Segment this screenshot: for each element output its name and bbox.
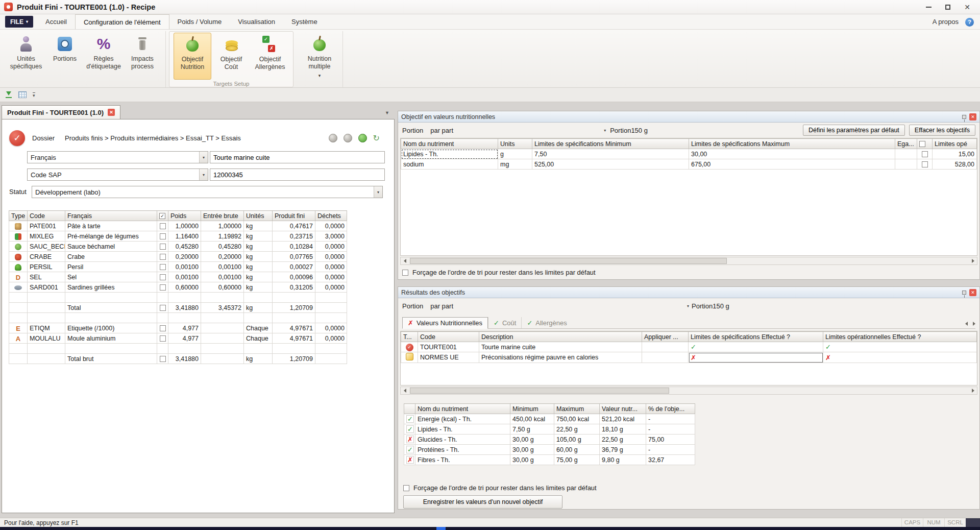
- close-panel-button[interactable]: ✕: [969, 289, 976, 296]
- column-header-check[interactable]: [917, 139, 933, 149]
- refresh-icon[interactable]: ↻: [373, 133, 380, 143]
- close-panel-button[interactable]: ✕: [969, 113, 976, 121]
- ribbon-tab-visualisation[interactable]: Visualisation: [230, 14, 283, 29]
- nutrient-result-row[interactable]: ✓Protéines - Th.30,00 g60,00 g36,79 g-: [404, 445, 695, 455]
- ingredient-row[interactable]: AMOULALUMoule aluminium4,977Chaque4,9767…: [9, 333, 347, 344]
- checkbox[interactable]: [922, 161, 928, 167]
- scrollbar-thumb[interactable]: [410, 388, 669, 394]
- column-header-maximum[interactable]: Maximum: [554, 404, 600, 414]
- chevron-down-icon[interactable]: ▾: [199, 152, 208, 163]
- ingredient-row[interactable]: SARD001Sardines grillées0,600000,60000kg…: [9, 282, 347, 293]
- ribbon-tab-configuration-de-l-element[interactable]: Configuration de l'élément: [75, 14, 169, 29]
- objective-row[interactable]: NORMES UEPréconisations régime pauvre en…: [401, 352, 977, 363]
- results-tab-valeurs-nutritionnelles[interactable]: ✗Valeurs Nutritionnelles: [402, 317, 488, 329]
- checkbox[interactable]: [160, 284, 166, 291]
- column-header-check[interactable]: ✓: [157, 211, 168, 221]
- nutrient-result-row[interactable]: ✗Glucides - Th.30,00 g105,00 g22,50 g75,…: [404, 435, 695, 445]
- checkbox[interactable]: [160, 274, 166, 280]
- minimize-button[interactable]: [919, 0, 938, 14]
- checkbox[interactable]: [160, 244, 166, 250]
- nutrient-target-row[interactable]: sodiummg525,00675,00528,00: [401, 159, 977, 170]
- close-tab-button[interactable]: ✕: [108, 109, 115, 116]
- objective-row[interactable]: ✓TOURTE001Tourte marine cuite✓✓: [401, 342, 977, 352]
- ribbon-button-unites-specifiques[interactable]: Unités spécifiques: [7, 32, 45, 79]
- checkbox[interactable]: [160, 223, 166, 229]
- product-name-input[interactable]: [210, 151, 385, 163]
- column-header-limites-operationnelles-effectue[interactable]: Limites opérationnelles Effectué ?: [823, 332, 977, 342]
- column-header-entree-brute[interactable]: Entrée brute: [201, 211, 244, 221]
- nav-next-icon[interactable]: [344, 134, 352, 142]
- ribbon-tab-systeme[interactable]: Système: [283, 14, 326, 29]
- checkbox[interactable]: [160, 264, 166, 270]
- ribbon-tab-accueil[interactable]: Accueil: [37, 14, 75, 29]
- nutrient-target-row[interactable]: Lipides - Th.g7,5030,0015,00: [401, 149, 977, 159]
- column-header-limites-de-specifications-minimum[interactable]: Limites de spécifications Minimum: [532, 139, 689, 149]
- sap-code-input[interactable]: [210, 168, 385, 181]
- ingredient-row[interactable]: CRABECrabe0,200000,20000kg0,077650,0000: [9, 252, 347, 262]
- column-header-t[interactable]: T...: [401, 332, 418, 342]
- checkbox[interactable]: [922, 151, 928, 157]
- force-sort-checkbox[interactable]: [402, 270, 408, 276]
- ingredient-row[interactable]: PERSILPersil0,001000,00100kg0,000270,000…: [9, 262, 347, 272]
- save-new-objective-button[interactable]: Enregistrer les valeurs d'un nouvel obje…: [403, 495, 562, 509]
- column-header-dechets[interactable]: Déchets: [315, 211, 347, 221]
- checkbox[interactable]: [160, 254, 166, 260]
- portion-combo[interactable]: par part ▾: [427, 127, 606, 134]
- horizontal-scrollbar[interactable]: [400, 387, 977, 395]
- clear-objectives-button[interactable]: Effacer les objectifs: [909, 125, 975, 136]
- column-header-poids[interactable]: Poids: [168, 211, 201, 221]
- tab-list-chevron-icon[interactable]: ▼: [385, 110, 389, 115]
- column-header-produit-fini[interactable]: Produit fini: [273, 211, 315, 221]
- checkbox[interactable]: [160, 305, 166, 311]
- file-menu-button[interactable]: FILE ▾: [5, 16, 33, 28]
- chevron-down-icon[interactable]: ▾: [199, 169, 208, 180]
- ingredient-row[interactable]: Total3,418803,45372kg1,20709: [9, 303, 347, 313]
- column-header-unites[interactable]: Unités: [244, 211, 273, 221]
- column-header-limites-de-specifications-maximum[interactable]: Limites de spécifications Maximum: [689, 139, 895, 149]
- column-header-francais[interactable]: Français: [65, 211, 157, 221]
- import-icon[interactable]: [5, 91, 12, 99]
- ingredient-row[interactable]: SAUC_BECHSauce béchamel0,452800,45280kg0…: [9, 242, 347, 252]
- portion-combo[interactable]: par part: [427, 302, 642, 310]
- tab-scroll-left-icon[interactable]: [965, 322, 968, 326]
- ribbon-button-impacts-process[interactable]: Impacts process: [124, 32, 161, 79]
- column-header-nom-du-nutriment[interactable]: Nom du nutriment: [415, 404, 510, 414]
- ingredient-row[interactable]: [9, 344, 347, 354]
- toolbar-overflow-icon[interactable]: ▾: [33, 92, 35, 98]
- ingredient-row[interactable]: EETIQMEtiquette (/1000)4,977Chaque4,9767…: [9, 323, 347, 333]
- scroll-left-icon[interactable]: [401, 257, 409, 264]
- ingredient-row[interactable]: MIXLEGPré-mélange de légumes1,164001,198…: [9, 231, 347, 242]
- scroll-right-icon[interactable]: [969, 387, 977, 394]
- pin-icon[interactable]: [962, 291, 966, 295]
- nutrient-result-row[interactable]: ✗Fibres - Th.30,00 g75,00 g9,80 g32,67: [404, 455, 695, 465]
- nutrient-result-row[interactable]: ✓Energie (kcal) - Th.450,00 kcal750,00 k…: [404, 414, 695, 424]
- column-header-code[interactable]: Code: [28, 211, 65, 221]
- ingredient-row[interactable]: PATE001Pâte à tarte1,000001,00000kg0,476…: [9, 221, 347, 231]
- checkbox[interactable]: ✓: [159, 213, 165, 219]
- column-header-valeur-nutr[interactable]: Valeur nutr...: [600, 404, 646, 414]
- sap-code-combo[interactable]: Code SAP ▾: [27, 168, 208, 181]
- results-tab-cout[interactable]: ✓Coût: [488, 317, 521, 328]
- chevron-down-icon[interactable]: ▾: [374, 186, 382, 198]
- tab-scroll-right-icon[interactable]: [973, 322, 975, 326]
- nutrient-result-row[interactable]: ✓Lipides - Th.7,50 g22,50 g18,10 g-: [404, 424, 695, 435]
- grid-view-icon[interactable]: [18, 91, 27, 98]
- ribbon-button-objectif-cout[interactable]: Objectif Coût: [212, 33, 250, 80]
- status-green-icon[interactable]: [358, 134, 367, 142]
- column-header-status[interactable]: [404, 404, 415, 414]
- column-header-description[interactable]: Description: [479, 332, 642, 342]
- column-header-appliquer[interactable]: Appliquer ...: [642, 332, 689, 342]
- help-icon[interactable]: ?: [965, 18, 974, 27]
- ingredient-row[interactable]: Total brut3,41880kg1,20709: [9, 354, 347, 364]
- scroll-right-icon[interactable]: [969, 257, 977, 264]
- scroll-left-icon[interactable]: [401, 387, 409, 394]
- column-header-ega[interactable]: Ega...: [895, 139, 917, 149]
- checkbox[interactable]: [160, 325, 166, 331]
- ingredient-row[interactable]: [9, 313, 347, 323]
- checkbox[interactable]: [160, 233, 166, 239]
- checkbox[interactable]: [160, 356, 166, 362]
- ribbon-button-objectif-allergenes[interactable]: Objectif Allergènes: [251, 33, 289, 80]
- ribbon-button-portions[interactable]: Portions: [46, 32, 84, 79]
- column-header-limites-ope[interactable]: Limites opé: [933, 139, 977, 149]
- ribbon-button-regles-d-etiquetage[interactable]: %Règles d'étiquetage: [85, 32, 122, 79]
